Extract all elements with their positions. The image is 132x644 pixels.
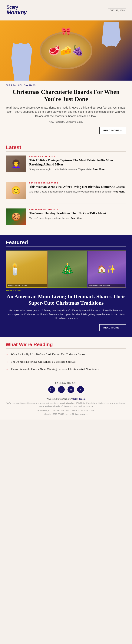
- bow-decoration: 🎀: [61, 27, 71, 36]
- latest-article-2: 😊 HOT DOGS FOR EVERYONE This Woman Went …: [6, 182, 126, 204]
- reading-arrow-3: →: [6, 368, 9, 371]
- reading-section: What We're Reading → What It's Really Li…: [0, 337, 132, 380]
- svg-point-4: [52, 388, 53, 389]
- featured-moving-label: MOVING ASAP: [6, 290, 126, 292]
- featured-section-title: Featured: [6, 240, 126, 246]
- article-2-body: And when Costco employees saw it happeni…: [29, 190, 126, 194]
- svg-text:Scary: Scary: [7, 4, 18, 10]
- twitter-x-icon[interactable]: 𝕏: [77, 386, 84, 393]
- article-2-content: HOT DOGS FOR EVERYONE This Woman Went Vi…: [29, 182, 126, 199]
- footer-disclaimer: You're receiving this email because you …: [6, 402, 126, 408]
- article-1-read-more[interactable]: Read More.: [93, 168, 105, 171]
- footer: Want to Advertise With Us? Get In Touch.…: [0, 396, 132, 420]
- featured-image-1-caption: Advent Calendar Candles: [7, 284, 47, 287]
- hero-read-more-button[interactable]: READ MORE →: [99, 127, 126, 134]
- footer-advertise-link[interactable]: Get In Touch.: [73, 398, 85, 400]
- svg-rect-2: [50, 388, 53, 391]
- svg-text:𝕏: 𝕏: [79, 388, 81, 391]
- reading-section-title: What We're Reading: [6, 342, 126, 348]
- hand-right-visual: [102, 22, 121, 47]
- reading-divider: [6, 348, 126, 349]
- instagram-icon[interactable]: [48, 386, 55, 393]
- footer-copyright: Copyright 2023 BDG Media, Inc. All right…: [6, 413, 126, 416]
- latest-section-title: Latest: [6, 144, 126, 150]
- reading-arrow-2: →: [6, 360, 9, 364]
- logo: Scary Mommy: [6, 4, 28, 17]
- header: Scary Mommy DEC. 25, 2023: [0, 0, 132, 20]
- hero-text-section: THE REAL HOLIDAY MVPS Christmas Charcute…: [0, 80, 132, 140]
- article-3-read-more[interactable]: Read More.: [71, 217, 83, 220]
- featured-section: Featured 🕯️ Advent Calendar Candles 🎄 🏠✨…: [0, 235, 132, 337]
- footer-advertise: Want to Advertise With Us? Get In Touch.: [6, 398, 126, 400]
- latest-article-3: 🍪 UN-GRAMMABLE MOMENTS The Worst Holiday…: [6, 208, 126, 230]
- article-2-read-more[interactable]: Read More.: [113, 190, 125, 193]
- article-3-image: 🍪: [6, 208, 26, 225]
- featured-image-2: 🎄: [48, 251, 87, 288]
- article-1-body: Scary Mommy caught up with the hilarious…: [29, 168, 126, 171]
- featured-read-more-button[interactable]: READ MORE →: [99, 324, 126, 331]
- article-1-tag: AMERICA'S MOM CRUSH: [29, 156, 126, 158]
- article-1-title: This Holiday Footage Captures The Most R…: [29, 158, 126, 166]
- svg-text:TT: TT: [70, 388, 72, 391]
- latest-section: Latest 👩‍🦱 AMERICA'S MOM CRUSH This Holi…: [0, 140, 132, 235]
- article-1-content: AMERICA'S MOM CRUSH This Holiday Footage…: [29, 156, 126, 172]
- follow-label: FOLLOW US ON:: [6, 382, 126, 384]
- svg-text:Mommy: Mommy: [7, 9, 27, 16]
- article-1-image: 👩‍🦱: [6, 156, 26, 172]
- hero-body: To all those who observe: Congrats, frie…: [6, 106, 126, 118]
- reading-link-3[interactable]: Funny, Relatable Tweets About Working Be…: [11, 367, 98, 371]
- article-2-image: 😊: [6, 182, 26, 199]
- candle-emoji: 🕯️: [8, 252, 22, 286]
- svg-point-3: [51, 389, 52, 390]
- article-2-tag: HOT DOGS FOR EVERYONE: [29, 182, 126, 184]
- reading-link-1[interactable]: What It's Really Like To Give Birth Duri…: [11, 352, 86, 356]
- svg-text:f: f: [60, 388, 61, 391]
- featured-image-3: 🏠✨ you've been good for Santa: [88, 251, 126, 288]
- date-badge: DEC. 25, 2023: [108, 8, 126, 12]
- hand-left-visual: [11, 43, 32, 80]
- hero-category: THE REAL HOLIDAY MVPS: [6, 84, 126, 86]
- article-3-content: UN-GRAMMABLE MOMENTS The Worst Holiday T…: [29, 208, 126, 225]
- hero-byline: Kelly Faircloth, Executive Editor: [6, 120, 126, 123]
- hero-image: 🥩🧀🍇 🎀: [0, 20, 132, 80]
- article-3-body: You can't have the good without the bad.…: [29, 216, 126, 220]
- featured-title: An American Mom Living In Denmark Shares…: [6, 293, 126, 306]
- reading-item-2[interactable]: → The 10 Most Notorious Old-School TV Ho…: [6, 360, 126, 364]
- tree-emoji: 🎄: [48, 251, 87, 288]
- featured-image-3-caption: you've been good for Santa: [88, 284, 125, 287]
- tiktok-icon[interactable]: TT: [68, 386, 74, 393]
- latest-divider: [6, 151, 126, 152]
- featured-divider: [6, 246, 126, 247]
- facebook-icon[interactable]: f: [58, 386, 65, 393]
- article-2-thumbnail: 😊: [6, 182, 26, 199]
- article-1-thumbnail: 👩‍🦱: [6, 156, 26, 172]
- article-3-title: The Worst Holiday Traditions That No One…: [29, 211, 126, 216]
- latest-article-1: 👩‍🦱 AMERICA'S MOM CRUSH This Holiday Foo…: [6, 156, 126, 177]
- footer-address: BDG Media, Inc. | 315 Park Ave. South · …: [6, 409, 126, 412]
- featured-image-strip: 🕯️ Advent Calendar Candles 🎄 🏠✨ you've b…: [6, 250, 126, 288]
- reading-link-2[interactable]: The 10 Most Notorious Old-School TV Holi…: [11, 360, 76, 364]
- social-section: FOLLOW US ON: f TT 𝕏: [0, 380, 132, 396]
- reading-arrow-1: →: [6, 353, 9, 356]
- reading-item-3[interactable]: → Funny, Relatable Tweets About Working …: [6, 367, 126, 371]
- article-3-tag: UN-GRAMMABLE MOMENTS: [29, 208, 126, 210]
- article-2-title: This Woman Went Viral After Having Her B…: [29, 185, 126, 189]
- hero-title: Christmas Charcuterie Boards For When Yo…: [6, 88, 126, 103]
- reading-item-1[interactable]: → What It's Really Like To Give Birth Du…: [6, 352, 126, 356]
- featured-body: You know what never gets old? Seeing how…: [6, 308, 126, 320]
- article-3-thumbnail: 🍪: [6, 208, 26, 225]
- featured-image-1: 🕯️ Advent Calendar Candles: [6, 251, 47, 288]
- social-icons-container: f TT 𝕏: [6, 386, 126, 393]
- room-emoji: 🏠✨: [88, 251, 126, 288]
- charcuterie-board: 🥩🧀🍇 🎀: [40, 32, 92, 69]
